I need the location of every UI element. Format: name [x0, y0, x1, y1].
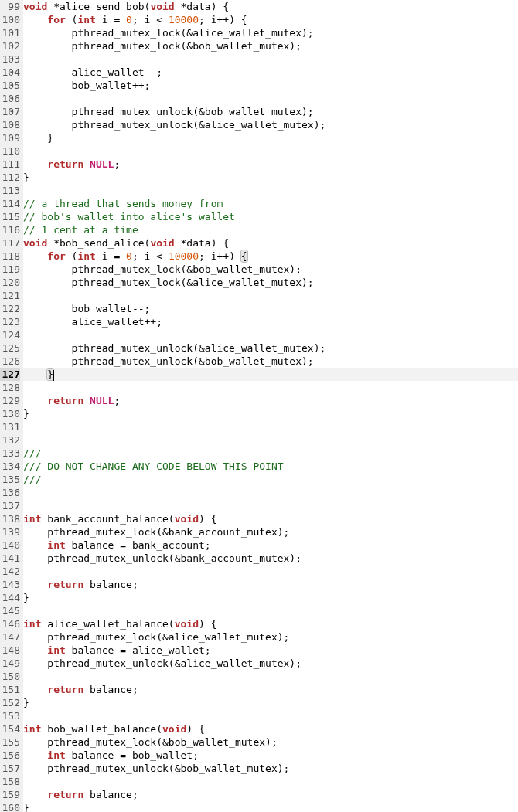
token-kw: void [175, 618, 199, 630]
token-plain [83, 395, 90, 406]
code-line[interactable] [23, 53, 518, 66]
code-line[interactable]: pthread_mutex_lock(&bob_wallet_mutex); [23, 736, 518, 749]
token-kw: void [23, 1, 47, 12]
code-line[interactable]: pthread_mutex_unlock(&bob_wallet_mutex); [23, 355, 518, 368]
code-line[interactable]: return balance; [23, 683, 518, 696]
code-line[interactable] [23, 381, 518, 394]
code-line[interactable]: pthread_mutex_lock(&alice_wallet_mutex); [23, 630, 518, 644]
code-line[interactable]: int balance = bank_account; [23, 539, 518, 552]
code-line[interactable]: /// [23, 447, 518, 460]
code-line[interactable]: pthread_mutex_unlock(&bank_account_mutex… [23, 552, 518, 565]
token-kw: void [162, 723, 186, 735]
code-line[interactable] [23, 486, 518, 499]
code-line[interactable]: for (int i = 0; i < 10000; i++) { [23, 250, 518, 263]
token-num: 0 [126, 250, 132, 262]
code-line[interactable]: for (int i = 0; i < 10000; i++) { [23, 13, 518, 26]
code-line[interactable]: } [23, 368, 518, 381]
token-plain: } [23, 132, 53, 144]
token-kw: return [47, 579, 83, 590]
code-line[interactable]: int balance = alice_wallet; [23, 644, 518, 657]
token-kw: return [47, 789, 83, 800]
code-line[interactable]: alice_wallet--; [23, 66, 518, 79]
code-line[interactable]: } [23, 696, 518, 709]
token-kw: int [47, 539, 65, 551]
code-line[interactable] [23, 92, 518, 105]
line-number: 153 [0, 709, 20, 722]
code-line[interactable]: pthread_mutex_unlock(&bob_wallet_mutex); [23, 762, 518, 775]
code-line[interactable]: bob_wallet--; [23, 302, 518, 315]
token-plain: pthread_mutex_unlock(&alice_wallet_mutex… [23, 342, 325, 354]
code-line[interactable]: void *alice_send_bob(void *data) { [23, 0, 518, 13]
code-line[interactable]: pthread_mutex_lock(&bank_account_mutex); [23, 525, 518, 539]
code-line[interactable]: return balance; [23, 578, 518, 591]
code-line[interactable]: pthread_mutex_unlock(&alice_wallet_mutex… [23, 118, 518, 131]
code-line[interactable] [23, 604, 518, 617]
line-number: 106 [0, 92, 20, 105]
token-plain: } [23, 802, 29, 812]
code-line[interactable]: pthread_mutex_unlock(&alice_wallet_mutex… [23, 341, 518, 355]
token-plain [23, 14, 47, 25]
code-line[interactable]: /// [23, 473, 518, 486]
code-line[interactable]: } [23, 171, 518, 184]
code-line[interactable]: pthread_mutex_lock(&bob_wallet_mutex); [23, 263, 518, 276]
code-line[interactable]: // a thread that sends money from [23, 197, 518, 210]
code-line[interactable] [23, 565, 518, 578]
code-line[interactable] [23, 670, 518, 683]
code-line[interactable] [23, 709, 518, 722]
line-number: 121 [0, 289, 20, 302]
token-kw: int [77, 14, 95, 25]
code-line[interactable]: bob_wallet++; [23, 79, 518, 92]
code-editor[interactable]: 9910010110210310410510610710810911011111… [0, 0, 518, 812]
code-line[interactable]: int balance = bob_wallet; [23, 749, 518, 762]
token-plain [23, 644, 47, 656]
code-line[interactable]: return balance; [23, 788, 518, 801]
code-line[interactable] [23, 184, 518, 197]
line-number: 115 [0, 210, 20, 223]
line-number: 158 [0, 775, 20, 788]
code-line[interactable]: } [23, 801, 518, 812]
code-line[interactable]: } [23, 407, 518, 420]
code-line[interactable]: int alice_wallet_balance(void) { [23, 617, 518, 630]
line-number: 140 [0, 539, 20, 552]
token-kw: int [47, 644, 65, 656]
line-number: 124 [0, 328, 20, 341]
code-line[interactable] [23, 289, 518, 302]
code-line[interactable]: } [23, 591, 518, 604]
code-line[interactable]: pthread_mutex_lock(&bob_wallet_mutex); [23, 39, 518, 53]
code-line[interactable]: pthread_mutex_unlock(&bob_wallet_mutex); [23, 105, 518, 118]
code-line[interactable]: // 1 cent at a time [23, 223, 518, 236]
line-number: 117 [0, 236, 20, 250]
code-area[interactable]: void *alice_send_bob(void *data) { for (… [23, 0, 518, 812]
line-number: 150 [0, 670, 20, 683]
code-line[interactable]: } [23, 131, 518, 144]
code-line[interactable]: /// DO NOT CHANGE ANY CODE BELOW THIS PO… [23, 460, 518, 473]
line-number: 99 [0, 0, 20, 13]
token-kw: return [47, 395, 83, 406]
line-number: 154 [0, 722, 20, 736]
token-plain: ) { [186, 723, 204, 735]
code-line[interactable]: int bob_wallet_balance(void) { [23, 722, 518, 736]
token-plain: ; i < [132, 250, 169, 262]
code-line[interactable]: // bob's wallet into alice's wallet [23, 210, 518, 223]
code-line[interactable]: return NULL; [23, 158, 518, 171]
token-plain: balance; [83, 684, 138, 695]
code-line[interactable]: pthread_mutex_lock(&alice_wallet_mutex); [23, 276, 518, 289]
code-line[interactable] [23, 144, 518, 158]
code-line[interactable]: pthread_mutex_unlock(&alice_wallet_mutex… [23, 657, 518, 670]
code-line[interactable] [23, 420, 518, 433]
token-plain: ; [114, 158, 120, 170]
line-number-gutter: 9910010110210310410510610710810911011111… [0, 0, 23, 812]
code-line[interactable] [23, 328, 518, 341]
code-line[interactable]: int bank_account_balance(void) { [23, 512, 518, 525]
line-number: 139 [0, 525, 20, 539]
code-line[interactable] [23, 499, 518, 512]
token-kw: return [47, 158, 83, 170]
code-line[interactable]: return NULL; [23, 394, 518, 407]
code-line[interactable]: void *bob_send_alice(void *data) { [23, 236, 518, 250]
code-line[interactable]: alice_wallet++; [23, 315, 518, 328]
token-plain: pthread_mutex_lock(&bob_wallet_mutex); [23, 263, 302, 275]
code-line[interactable] [23, 775, 518, 788]
code-line[interactable] [23, 433, 518, 447]
code-line[interactable]: pthread_mutex_lock(&alice_wallet_mutex); [23, 26, 518, 39]
line-number: 151 [0, 683, 20, 696]
